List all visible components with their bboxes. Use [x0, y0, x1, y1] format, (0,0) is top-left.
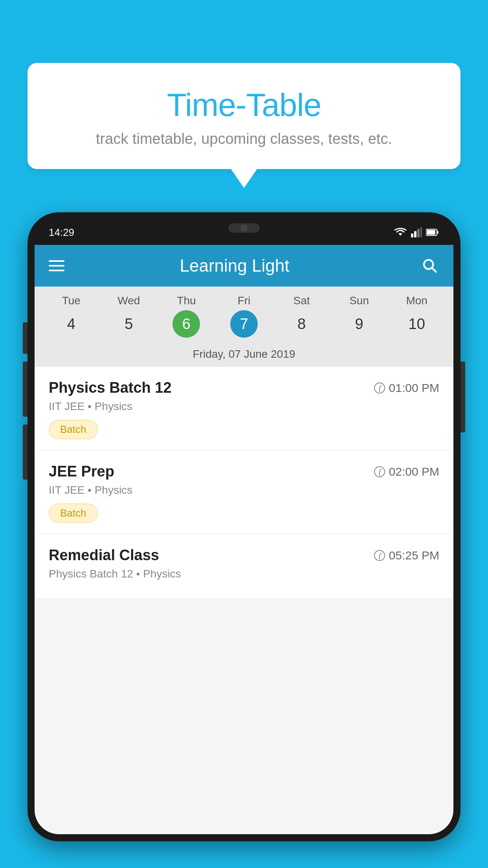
- schedule-item-2-time: 02:00 PM: [374, 465, 439, 478]
- front-camera: [240, 224, 248, 232]
- schedule-item-3[interactable]: Remedial Class 05:25 PM Physics Batch 12…: [35, 534, 453, 599]
- day-label-sun[interactable]: Sun: [330, 294, 388, 307]
- svg-rect-1: [411, 234, 413, 237]
- schedule-item-1[interactable]: Physics Batch 12 01:00 PM IIT JEE • Phys…: [35, 367, 453, 451]
- clock-icon-3: [374, 550, 385, 561]
- speech-bubble-container: Time-Table track timetable, upcoming cla…: [28, 63, 460, 169]
- day-label-wed[interactable]: Wed: [100, 294, 158, 307]
- calendar-day-7-selected[interactable]: 7: [230, 310, 258, 338]
- day-label-sat[interactable]: Sat: [273, 294, 330, 307]
- schedule-item-3-time-text: 05:25 PM: [389, 549, 439, 562]
- schedule-item-1-name: Physics Batch 12: [49, 379, 172, 396]
- speech-bubble: Time-Table track timetable, upcoming cla…: [28, 63, 460, 169]
- schedule-item-1-header: Physics Batch 12 01:00 PM: [49, 379, 439, 396]
- svg-rect-4: [420, 227, 422, 237]
- app-header: Learning Light: [35, 245, 453, 287]
- schedule-item-2-meta: IIT JEE • Physics: [49, 484, 439, 497]
- day-label-thu[interactable]: Thu: [158, 294, 215, 307]
- calendar-day-6-today[interactable]: 6: [172, 310, 200, 338]
- status-time: 14:29: [49, 226, 74, 238]
- svg-line-9: [432, 268, 437, 272]
- svg-marker-0: [398, 233, 402, 236]
- schedule-item-1-meta: IIT JEE • Physics: [49, 400, 439, 413]
- calendar-day-10[interactable]: 10: [388, 310, 446, 338]
- schedule-item-3-header: Remedial Class 05:25 PM: [49, 547, 439, 564]
- schedule-item-3-name: Remedial Class: [49, 547, 159, 564]
- schedule-item-2[interactable]: JEE Prep 02:00 PM IIT JEE • Physics Batc…: [35, 451, 453, 534]
- day-label-mon[interactable]: Mon: [388, 294, 446, 307]
- calendar-day-5[interactable]: 5: [100, 310, 158, 338]
- day-label-tue[interactable]: Tue: [42, 294, 100, 307]
- day-numbers-row: 4 5 6 7 8 9 10: [42, 310, 446, 344]
- phone-side-btn: [23, 322, 28, 354]
- svg-rect-6: [437, 231, 438, 234]
- schedule-item-1-time: 01:00 PM: [374, 381, 439, 395]
- calendar-day-4[interactable]: 4: [42, 310, 100, 338]
- day-label-fri[interactable]: Fri: [215, 294, 273, 307]
- phone-status-bar: 14:29: [35, 219, 453, 245]
- search-button[interactable]: [420, 256, 439, 275]
- svg-rect-2: [414, 231, 416, 237]
- schedule-item-2-header: JEE Prep 02:00 PM: [49, 463, 439, 480]
- phone-container: 14:29: [28, 212, 460, 868]
- calendar-strip: Tue Wed Thu Fri Sat Sun Mon 4 5 6 7: [35, 287, 453, 367]
- signal-icon: [411, 227, 422, 237]
- svg-point-8: [424, 260, 433, 269]
- phone-power-btn: [460, 362, 465, 432]
- calendar-day-8[interactable]: 8: [273, 310, 330, 338]
- schedule-item-1-badge: Batch: [49, 420, 98, 439]
- phone-body: 14:29: [28, 212, 460, 841]
- schedule-list: Physics Batch 12 01:00 PM IIT JEE • Phys…: [35, 367, 453, 599]
- schedule-item-3-time: 05:25 PM: [374, 549, 439, 562]
- schedule-item-2-badge: Batch: [49, 504, 98, 523]
- schedule-item-2-time-text: 02:00 PM: [389, 465, 439, 478]
- svg-rect-3: [417, 229, 420, 237]
- calendar-day-9[interactable]: 9: [330, 310, 388, 338]
- phone-notch: [228, 223, 260, 233]
- day-labels-row: Tue Wed Thu Fri Sat Sun Mon: [42, 294, 446, 307]
- search-icon: [422, 258, 438, 274]
- schedule-item-2-name: JEE Prep: [49, 463, 114, 480]
- status-icons: [394, 227, 439, 237]
- selected-date-label: Friday, 07 June 2019: [42, 344, 446, 367]
- wifi-icon: [394, 227, 407, 237]
- svg-rect-7: [427, 230, 435, 235]
- clock-icon-2: [374, 466, 385, 477]
- phone-screen: Learning Light Tue Wed Thu Fri Sat Sun: [35, 245, 453, 834]
- bubble-subtitle: track timetable, upcoming classes, tests…: [51, 131, 437, 147]
- schedule-item-1-time-text: 01:00 PM: [389, 381, 439, 395]
- phone-volume-up-btn: [23, 362, 28, 417]
- app-title: Learning Light: [49, 256, 420, 276]
- bubble-title: Time-Table: [51, 86, 437, 123]
- schedule-item-3-meta: Physics Batch 12 • Physics: [49, 568, 439, 580]
- phone-volume-down-btn: [23, 425, 28, 480]
- battery-icon: [426, 228, 439, 236]
- clock-icon-1: [374, 383, 385, 394]
